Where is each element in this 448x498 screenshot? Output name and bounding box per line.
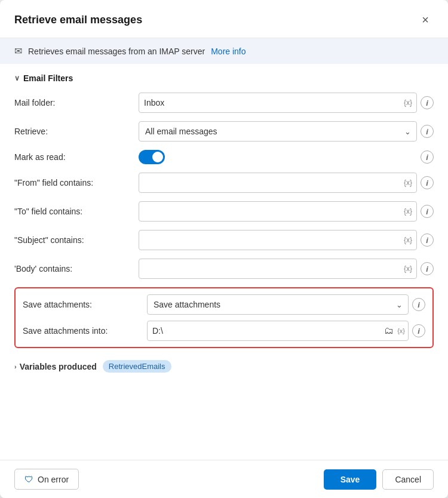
from-field-input[interactable] [139, 173, 417, 193]
subject-field-row: "Subject" contains: {x} i [14, 230, 434, 250]
mark-as-read-label: Mark as read: [14, 152, 134, 162]
mail-folder-row: Mail folder: {x} i [14, 93, 434, 113]
mark-as-read-control: i [139, 150, 434, 164]
retrieve-select[interactable]: All email messages Unread email messages… [139, 121, 417, 142]
from-field-row: "From" field contains: {x} i [14, 173, 434, 193]
email-filters-section-header[interactable]: ∨ Email Filters [14, 73, 434, 83]
subject-field-info-icon[interactable]: i [421, 233, 434, 247]
mark-as-read-toggle[interactable] [139, 150, 165, 164]
close-button[interactable]: × [417, 11, 434, 29]
variables-chevron-icon: › [14, 363, 17, 370]
variables-row: › Variables produced RetrievedEmails [14, 360, 434, 373]
mail-folder-info-icon[interactable]: i [421, 96, 434, 109]
mail-folder-input[interactable] [139, 93, 417, 113]
folder-browse-button[interactable]: 🗂 [383, 324, 395, 337]
body-field-input[interactable] [139, 259, 417, 279]
more-info-link[interactable]: More info [211, 47, 246, 56]
dialog-title: Retrieve email messages [14, 14, 142, 26]
to-field-info-icon[interactable]: i [421, 205, 434, 218]
retrieve-select-wrap: All email messages Unread email messages… [139, 121, 417, 142]
retrieve-label: Retrieve: [14, 127, 134, 136]
on-error-button[interactable]: 🛡 On error [14, 469, 79, 490]
mark-as-read-row: Mark as read: i [14, 150, 434, 164]
to-field-label: "To" field contains: [14, 207, 134, 216]
path-input-icons: 🗂 {x} [383, 324, 405, 337]
section-label: Email Filters [23, 73, 73, 83]
retrieve-control: All email messages Unread email messages… [139, 121, 434, 142]
xvar-icon-path: {x} [397, 327, 405, 334]
body-field-label: 'Body' contains: [14, 264, 134, 273]
mail-folder-label: Mail folder: [14, 98, 134, 107]
save-attachments-into-control: 🗂 {x} i [147, 321, 425, 341]
save-attachments-into-input[interactable] [147, 321, 409, 341]
save-attachments-section: Save attachments: Save attachments Do no… [14, 287, 434, 348]
to-field-input-wrap: {x} [139, 201, 417, 222]
mark-as-read-toggle-wrap [139, 150, 165, 164]
save-attachments-label: Save attachments: [23, 300, 142, 309]
save-attachments-into-label: Save attachments into: [23, 326, 142, 336]
toggle-slider [139, 150, 165, 164]
cancel-button[interactable]: Cancel [382, 469, 434, 490]
save-attachments-row: Save attachments: Save attachments Do no… [23, 294, 425, 315]
from-field-label: "From" field contains: [14, 178, 134, 187]
mail-icon: ✉ [14, 45, 22, 57]
body-field-row: 'Body' contains: {x} i [14, 259, 434, 279]
save-attachments-into-row: Save attachments into: 🗂 {x} i [23, 321, 425, 341]
body-field-input-wrap: {x} [139, 259, 417, 279]
from-field-info-icon[interactable]: i [421, 176, 434, 189]
shield-icon: 🛡 [24, 474, 33, 484]
banner-text: Retrieves email messages from an IMAP se… [28, 47, 205, 56]
save-attachments-info-icon[interactable]: i [412, 298, 425, 311]
section-chevron-icon: ∨ [14, 74, 20, 82]
save-attachments-control: Save attachments Do not save attachments… [147, 294, 425, 315]
save-attachments-into-input-wrap: 🗂 {x} [147, 321, 409, 341]
variables-label: Variables produced [20, 362, 97, 371]
footer-right: Save Cancel [324, 469, 434, 490]
save-attachments-select-wrap: Save attachments Do not save attachments… [147, 294, 409, 315]
subject-field-input[interactable] [139, 230, 417, 250]
dialog: Retrieve email messages × ✉ Retrieves em… [0, 0, 448, 498]
dialog-footer: 🛡 On error Save Cancel [0, 460, 448, 498]
from-field-control: {x} i [139, 173, 434, 193]
subject-field-control: {x} i [139, 230, 434, 250]
mark-as-read-info-icon[interactable]: i [421, 150, 434, 164]
retrieve-row: Retrieve: All email messages Unread emai… [14, 121, 434, 142]
dialog-header: Retrieve email messages × [0, 0, 448, 38]
save-button[interactable]: Save [324, 469, 377, 490]
save-attachments-select[interactable]: Save attachments Do not save attachments [147, 294, 409, 315]
from-field-input-wrap: {x} [139, 173, 417, 193]
retrieve-info-icon[interactable]: i [421, 125, 434, 138]
variables-badge: RetrievedEmails [103, 360, 171, 373]
save-attachments-into-info-icon[interactable]: i [412, 324, 425, 337]
mail-folder-input-wrap: {x} [139, 93, 417, 113]
to-field-input[interactable] [139, 201, 417, 222]
subject-field-input-wrap: {x} [139, 230, 417, 250]
on-error-label: On error [38, 475, 69, 484]
mail-folder-control: {x} i [139, 93, 434, 113]
dialog-body: ∨ Email Filters Mail folder: {x} i Retri… [0, 64, 448, 460]
body-field-control: {x} i [139, 259, 434, 279]
to-field-row: "To" field contains: {x} i [14, 201, 434, 222]
variables-label-wrap[interactable]: › Variables produced [14, 362, 97, 371]
info-banner: ✉ Retrieves email messages from an IMAP … [0, 38, 448, 64]
body-field-info-icon[interactable]: i [421, 262, 434, 275]
to-field-control: {x} i [139, 201, 434, 222]
subject-field-label: "Subject" contains: [14, 235, 134, 245]
